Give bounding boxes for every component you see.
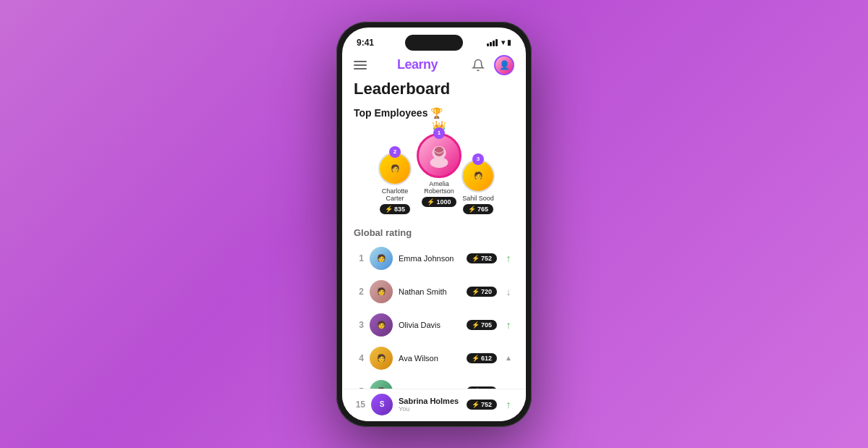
row-score: ⚡720: [467, 287, 497, 297]
trend-up-icon: ↑: [503, 319, 514, 331]
row-rank: 3: [354, 320, 364, 330]
row-avatar: 🧑: [370, 280, 393, 303]
third-rank-badge: 3: [472, 153, 484, 165]
podium-section: 🧑 2 Charlotte Carter ⚡ 835 👑: [354, 126, 514, 214]
podium-third: 🧑 3 Sahil Sood ⚡ 765: [461, 159, 495, 214]
signal-icon: [487, 39, 498, 46]
bolt-icon-second: ⚡: [385, 206, 393, 213]
current-user-score: ⚡ 752: [467, 400, 497, 410]
row-name: Olivia Davis: [399, 321, 461, 329]
current-user-name-block: Sabrina Holmes You: [399, 397, 461, 413]
user-avatar-header[interactable]: 👤: [494, 55, 514, 75]
row-name: Ava Wilson: [399, 354, 461, 363]
podium-second: 🧑 2 Charlotte Carter ⚡ 835: [373, 152, 417, 214]
second-score: ⚡ 835: [380, 204, 410, 214]
row-name: Nathan Smith: [399, 287, 461, 296]
row-score: ⚡612: [467, 353, 497, 363]
first-avatar: [417, 133, 461, 178]
trend-neutral-icon: ▲: [503, 352, 514, 364]
status-time: 9:41: [357, 38, 374, 48]
second-rank-badge: 2: [389, 146, 401, 158]
row-rank: 1: [354, 253, 364, 263]
current-user-name: Sabrina Holmes: [399, 397, 461, 405]
table-row[interactable]: 2 🧑 Nathan Smith ⚡720 ↓: [354, 277, 514, 306]
main-content: Leaderboard Top Employees 🏆 🧑 2 Charlott…: [342, 80, 526, 389]
bolt-icon-current: ⚡: [472, 401, 480, 408]
svg-point-2: [434, 146, 443, 156]
row-avatar: 🧑: [370, 247, 393, 270]
global-rating-title: Global rating: [354, 227, 514, 238]
current-user-avatar: S: [371, 394, 393, 415]
bolt-icon-third: ⚡: [468, 206, 476, 213]
current-user-bar: 15 S Sabrina Holmes You ⚡ 752 ↑: [342, 389, 526, 421]
second-name: Charlotte Carter: [373, 187, 417, 202]
table-row[interactable]: 1 🧑 Emma Johnson ⚡752 ↑: [354, 244, 514, 273]
row-score: ⚡705: [467, 320, 497, 330]
app-header: Learny 👤: [342, 51, 526, 80]
bell-icon[interactable]: [468, 55, 488, 75]
menu-button[interactable]: [354, 61, 367, 69]
current-user-trend-icon: ↑: [503, 399, 514, 410]
trend-up-icon: ↑: [503, 253, 514, 264]
third-name: Sahil Sood: [462, 195, 494, 202]
phone-frame: 9:41 ▾ ▮ Learny: [336, 22, 532, 427]
rating-list: 1 🧑 Emma Johnson ⚡752 ↑ 2 🧑 Nathan Smith…: [354, 244, 514, 389]
trend-down-icon: ↓: [503, 286, 514, 297]
phone-screen: 9:41 ▾ ▮ Learny: [342, 28, 526, 421]
app-logo: Learny: [397, 57, 438, 72]
bolt-icon-first: ⚡: [427, 198, 435, 206]
battery-icon: ▮: [507, 38, 511, 46]
status-icons: ▾ ▮: [487, 38, 511, 46]
first-rank-badge: 1: [433, 127, 445, 139]
header-right: 👤: [468, 55, 514, 75]
wifi-icon: ▾: [501, 38, 505, 46]
table-row[interactable]: 4 🧑 Ava Wilson ⚡612 ▲: [354, 344, 514, 373]
bottom-rank: 15: [354, 400, 365, 410]
third-score: ⚡ 765: [463, 204, 493, 214]
row-avatar: 🧑: [370, 347, 393, 370]
first-score: ⚡ 1000: [422, 197, 456, 207]
row-name: Emma Johnson: [399, 254, 461, 263]
dynamic-island: [405, 35, 463, 51]
table-row[interactable]: 3 🧑 Olivia Davis ⚡705 ↑: [354, 310, 514, 339]
row-score: ⚡752: [467, 253, 497, 263]
table-row[interactable]: 5 🧑 Michael Foster ⚡620 ↑: [354, 377, 514, 389]
row-rank: 4: [354, 353, 364, 363]
row-rank: 2: [354, 287, 364, 297]
current-user-you-label: You: [399, 405, 461, 413]
top-employees-title: Top Employees 🏆: [354, 107, 514, 119]
podium-first: 👑 1 Amelia Robertson: [417, 133, 461, 207]
page-title: Leaderboard: [354, 80, 514, 98]
svg-point-1: [430, 156, 448, 167]
row-avatar: 🧑: [370, 380, 393, 389]
first-name: Amelia Robertson: [417, 180, 461, 195]
row-avatar: 🧑: [370, 313, 393, 337]
